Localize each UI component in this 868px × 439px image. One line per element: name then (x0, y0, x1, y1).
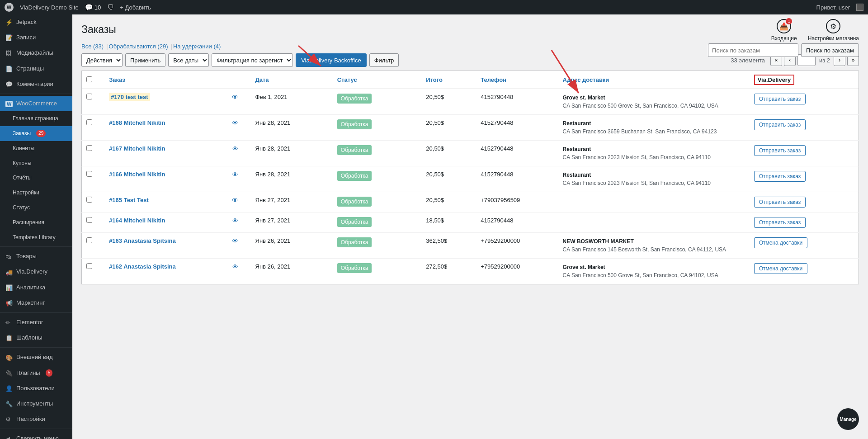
send-order-button[interactable]: Отправить заказ (754, 94, 806, 104)
address-column-header[interactable]: Адрес доставки (558, 71, 750, 89)
order-link[interactable]: #166 Mitchell Nikitin (109, 171, 165, 178)
search-section: Поиск по заказам (708, 43, 859, 57)
view-icon[interactable]: 👁 (232, 197, 238, 204)
sidebar-item-extensions[interactable]: Расширения (0, 215, 72, 230)
view-icon[interactable]: 👁 (232, 145, 238, 152)
date-column-header[interactable]: Дата (251, 71, 333, 89)
sidebar-item-status[interactable]: Статус (0, 200, 72, 215)
order-address: RestaurantCA San Francisco 2023 Mission … (558, 141, 750, 166)
order-link[interactable]: #165 Test Test (109, 197, 149, 203)
filter-all-link[interactable]: Все (33) (81, 43, 104, 50)
sidebar-item-tools[interactable]: 🔧 Инструменты (0, 396, 72, 411)
row-checkbox[interactable] (86, 217, 92, 223)
sidebar-item-templates2[interactable]: 📋 Шаблоны (0, 330, 72, 345)
status-badge: Обработка (337, 94, 372, 104)
row-checkbox[interactable] (86, 145, 92, 151)
order-link[interactable]: #163 Anastasia Spitsina (109, 237, 176, 244)
comment-count[interactable]: 💬 10 (85, 4, 101, 11)
sidebar-item-settings-woo[interactable]: Настройки (0, 185, 72, 200)
add-new-button[interactable]: + Добавить (120, 4, 151, 11)
table-container: Заказ Дата Статус Итого Телефон Адрес до… (81, 71, 859, 284)
sidebar-item-posts[interactable]: 📝 Записи (0, 30, 72, 45)
filter-processing-link[interactable]: Обрабатываются (29) (109, 43, 168, 50)
view-icon[interactable]: 👁 (232, 94, 238, 101)
view-icon[interactable]: 👁 (232, 263, 238, 270)
order-link[interactable]: #170 test test (109, 93, 150, 101)
sidebar-item-appearance[interactable]: 🎨 Внешний вид (0, 349, 72, 365)
order-link[interactable]: #167 Mitchell Nikitin (109, 145, 165, 152)
reg-filter-select[interactable]: Фильтрация по зарегистрирpo... (212, 53, 293, 67)
actions-select[interactable]: Действия (81, 53, 123, 67)
view-icon[interactable]: 👁 (232, 217, 238, 224)
sidebar-item-collapse[interactable]: ◀ Свернуть меню (0, 431, 72, 439)
sidebar-item-pages[interactable]: 📄 Страницы (0, 61, 72, 76)
view-icon[interactable]: 👁 (232, 171, 238, 178)
row-checkbox[interactable] (86, 237, 92, 243)
view-icon[interactable]: 👁 (232, 237, 238, 245)
cancel-delivery-button[interactable]: Отмена доставки (754, 237, 807, 248)
admin-bar: W ViaDelivery Demo Site 💬 10 🗨 + Добавит… (0, 0, 868, 14)
select-all-checkbox[interactable] (86, 76, 92, 82)
sidebar-item-settings-main[interactable]: ⚙ Настройки (0, 411, 72, 427)
cancel-delivery-button[interactable]: Отмена доставки (754, 263, 807, 274)
sidebar-item-coupons[interactable]: Купоны (0, 156, 72, 171)
row-checkbox[interactable] (86, 171, 92, 177)
row-checkbox[interactable] (86, 119, 92, 125)
sidebar-item-reports[interactable]: Отчёты (0, 170, 72, 185)
send-order-button[interactable]: Отправить заказ (754, 217, 806, 228)
sidebar-item-media[interactable]: 🖼 Медиафайлы (0, 45, 72, 61)
send-order-button[interactable]: Отправить заказ (754, 145, 806, 156)
send-order-button[interactable]: Отправить заказ (754, 171, 806, 182)
sidebar-item-jetpack[interactable]: ⚡ Jetpack (0, 14, 72, 30)
send-order-button[interactable]: Отправить заказ (754, 197, 806, 208)
total-column-header[interactable]: Итого (421, 71, 476, 89)
sidebar-item-plugins[interactable]: 🔌 Плагины 5 (0, 365, 72, 381)
row-checkbox[interactable] (86, 94, 92, 99)
dates-select[interactable]: Все даты (168, 53, 209, 67)
wp-logo-icon[interactable]: W (5, 3, 14, 12)
filter-onhold-link[interactable]: На удержании (4) (173, 43, 221, 50)
store-settings-button[interactable]: ⚙ Настройки магазина (808, 19, 859, 42)
phone-column-header[interactable]: Телефон (476, 71, 558, 89)
site-name[interactable]: ViaDelivery Demo Site (20, 4, 79, 11)
sidebar-item-analytics[interactable]: 📊 Аналитика (0, 280, 72, 295)
manage-button[interactable]: Manage (837, 408, 859, 430)
row-checkbox[interactable] (86, 197, 92, 203)
sidebar-item-elementor[interactable]: ✏ Elementor (0, 315, 72, 330)
view-icon[interactable]: 👁 (232, 119, 238, 127)
inbox-button[interactable]: 📥 1 Входящие (771, 19, 797, 42)
order-total: 18,50$ (421, 212, 476, 233)
sidebar-item-orders[interactable]: Заказы 29 (0, 126, 72, 141)
status-badge: Обработка (337, 237, 372, 247)
filter-button[interactable]: Фильтр (369, 53, 399, 67)
status-column-header[interactable]: Статус (333, 71, 421, 89)
sidebar-item-marketing[interactable]: 📢 Маркетинг (0, 295, 72, 311)
sidebar-item-clients[interactable]: Клиенты (0, 141, 72, 156)
search-input[interactable] (708, 43, 798, 57)
sidebar-item-templates-library[interactable]: Templates Library (0, 230, 72, 245)
order-column-header[interactable]: Заказ (104, 71, 227, 89)
sidebar-item-home[interactable]: Главная страница (0, 111, 72, 126)
status-badge: Обработка (337, 263, 372, 273)
sidebar-item-label: Аналитика (16, 283, 45, 292)
apply-button[interactable]: Применить (125, 53, 165, 67)
sidebar-item-woocommerce[interactable]: W WooCommerce (0, 96, 72, 111)
row-checkbox[interactable] (86, 263, 92, 269)
search-button[interactable]: Поиск по заказам (801, 43, 859, 57)
via-delivery-action: Отправить заказ (750, 115, 859, 141)
sidebar-item-label: Купоны (13, 160, 31, 167)
sidebar-item-label: Настройки (13, 189, 39, 197)
user-avatar (856, 4, 863, 11)
send-order-button[interactable]: Отправить заказ (754, 119, 806, 130)
order-link[interactable]: #168 Mitchell Nikitin (109, 119, 165, 126)
sidebar-item-users[interactable]: 👤 Пользователи (0, 381, 72, 396)
table-row: #162 Anastasia Spitsina👁Янв 26, 2021Обра… (82, 259, 859, 284)
sidebar-item-products[interactable]: 🛍 Товары (0, 249, 72, 264)
sidebar-item-comments[interactable]: 💬 Комментарии (0, 76, 72, 92)
sidebar-item-label: Товары (16, 252, 37, 260)
via-delivery-backoffice-button[interactable]: Via.Delivery Backoffice (296, 53, 366, 67)
order-link[interactable]: #162 Anastasia Spitsina (109, 263, 176, 270)
sidebar-item-viadelivery[interactable]: 🚚 Via.Delivery (0, 264, 72, 279)
order-total: 20,50$ (421, 166, 476, 192)
order-link[interactable]: #164 Mitchell Nikitin (109, 217, 165, 224)
